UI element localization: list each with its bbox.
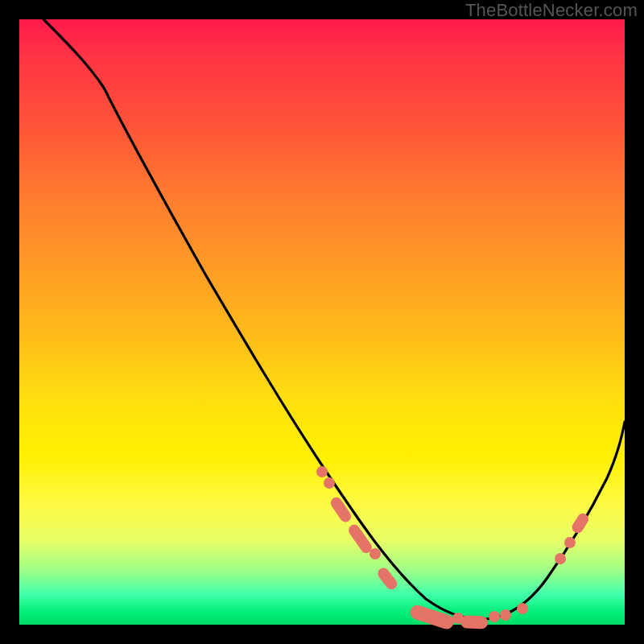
heat-gradient [19,19,625,625]
watermark: TheBottleNecker.com [465,0,638,21]
chart-frame [19,19,625,625]
